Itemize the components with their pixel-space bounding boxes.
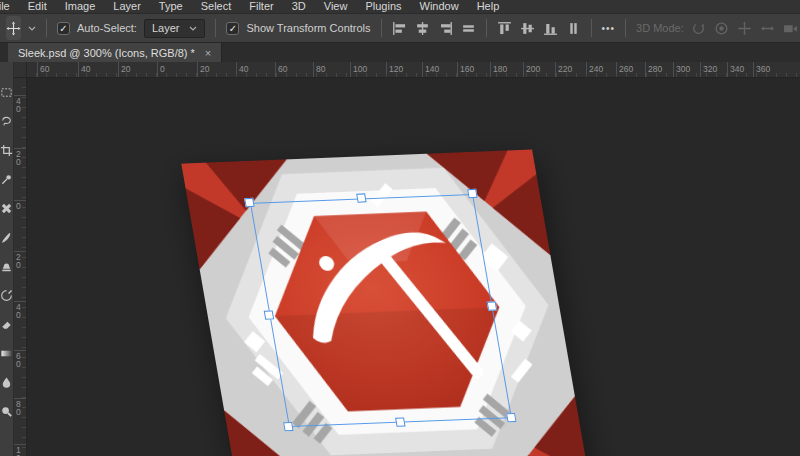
menu-item-window[interactable]: Window xyxy=(411,0,468,13)
slide-3d-icon[interactable] xyxy=(760,21,775,36)
ruler-row: 6040200204060801001201401601802002202402… xyxy=(14,62,800,78)
transform-handle-1[interactable] xyxy=(356,193,366,202)
auto-select-value: Layer xyxy=(152,22,180,34)
orbit-3d-icon[interactable] xyxy=(691,21,706,36)
separator xyxy=(381,19,382,37)
more-align-options-button[interactable]: ••• xyxy=(602,23,616,34)
eraser-tool-icon[interactable] xyxy=(0,318,13,331)
clone-stamp-tool-icon[interactable] xyxy=(0,260,13,273)
menu-item-3d[interactable]: 3D xyxy=(283,0,315,13)
align-right-edges-icon[interactable] xyxy=(438,21,453,36)
menu-item-plugins[interactable]: Plugins xyxy=(356,0,410,13)
separator xyxy=(486,19,487,37)
mode-3d-label: 3D Mode: xyxy=(636,22,684,34)
separator xyxy=(46,19,47,37)
tools-panel xyxy=(0,62,14,456)
ruler-origin-box[interactable] xyxy=(14,62,27,78)
crop-tool-icon[interactable] xyxy=(0,144,13,157)
menu-bar: FileEditImageLayerTypeSelectFilter3DView… xyxy=(0,0,800,13)
transform-handle-7[interactable] xyxy=(264,310,274,319)
history-brush-tool-icon[interactable] xyxy=(0,289,13,302)
document-tab[interactable]: Sleek.psd @ 300% (Icons, RGB/8) * × xyxy=(8,43,222,62)
lasso-tool-icon[interactable] xyxy=(0,115,13,128)
menu-item-help[interactable]: Help xyxy=(468,0,509,13)
menu-item-file[interactable]: File xyxy=(0,0,19,13)
auto-select-checkbox[interactable]: ✓ xyxy=(57,22,70,35)
healing-brush-tool-icon[interactable] xyxy=(0,202,13,215)
blur-tool-icon[interactable] xyxy=(0,376,13,389)
tool-preset-chevron-icon[interactable] xyxy=(28,26,36,31)
distribute-vertical-centers-icon[interactable] xyxy=(566,21,581,36)
separator xyxy=(625,19,626,37)
align-top-edges-icon[interactable] xyxy=(497,21,512,36)
menu-item-view[interactable]: View xyxy=(315,0,357,13)
show-transform-controls-checkbox[interactable]: ✓ xyxy=(226,22,239,35)
vertical-ruler[interactable]: 4020020406080100 xyxy=(14,78,27,456)
canvas-row: 4020020406080100 xyxy=(14,78,800,456)
menu-item-type[interactable]: Type xyxy=(150,0,192,13)
align-icons-vertical xyxy=(497,21,581,36)
transform-group xyxy=(250,194,512,427)
document-area: 6040200204060801001201401601802002202402… xyxy=(14,62,800,456)
transform-handle-4[interactable] xyxy=(506,413,516,422)
menu-item-image[interactable]: Image xyxy=(56,0,105,13)
tab-bar: Sleek.psd @ 300% (Icons, RGB/8) * × xyxy=(0,43,800,62)
auto-select-label: Auto-Select: xyxy=(77,22,137,34)
transform-handle-3[interactable] xyxy=(487,301,497,310)
horizontal-ruler[interactable]: 6040200204060801001201401601802002202402… xyxy=(27,62,800,78)
work-area: 6040200204060801001201401601802002202402… xyxy=(0,62,800,456)
menu-item-filter[interactable]: Filter xyxy=(240,0,282,13)
transform-handle-5[interactable] xyxy=(395,417,405,426)
separator xyxy=(591,19,592,37)
dolly-3d-icon[interactable] xyxy=(783,21,798,36)
close-tab-icon[interactable]: × xyxy=(205,47,211,59)
drag-3d-icon[interactable] xyxy=(737,21,752,36)
transform-bounding-box[interactable] xyxy=(250,194,512,427)
menu-item-layer[interactable]: Layer xyxy=(104,0,150,13)
photoshop-window: FileEditImageLayerTypeSelectFilter3DView… xyxy=(0,0,800,456)
align-icons-horizontal xyxy=(392,21,476,36)
document-tab-title: Sleek.psd @ 300% (Icons, RGB/8) * xyxy=(18,47,195,59)
gradient-tool-icon[interactable] xyxy=(0,347,13,360)
align-horizontal-centers-icon[interactable] xyxy=(415,21,430,36)
canvas[interactable] xyxy=(27,78,800,456)
transform-handle-6[interactable] xyxy=(283,422,293,431)
distribute-horizontal-centers-icon[interactable] xyxy=(461,21,476,36)
align-bottom-edges-icon[interactable] xyxy=(543,21,558,36)
auto-select-dropdown[interactable]: Layer xyxy=(144,19,206,38)
eyedropper-tool-icon[interactable] xyxy=(0,173,13,186)
align-left-edges-icon[interactable] xyxy=(392,21,407,36)
chevron-down-icon xyxy=(189,26,197,31)
menu-item-edit[interactable]: Edit xyxy=(19,0,56,13)
menu-item-select[interactable]: Select xyxy=(192,0,241,13)
transform-handle-2[interactable] xyxy=(467,189,477,198)
align-vertical-centers-icon[interactable] xyxy=(520,21,535,36)
marquee-tool-icon[interactable] xyxy=(0,86,13,99)
separator xyxy=(215,19,216,37)
move-tool-icon[interactable] xyxy=(6,16,21,40)
mode-3d-icons xyxy=(691,21,798,36)
show-transform-controls-label: Show Transform Controls xyxy=(246,22,370,34)
options-bar: ✓ Auto-Select: Layer ✓ Show Transform Co… xyxy=(0,13,800,43)
brush-tool-icon[interactable] xyxy=(0,231,13,244)
roll-3d-icon[interactable] xyxy=(714,21,729,36)
menu-items: FileEditImageLayerTypeSelectFilter3DView… xyxy=(0,0,508,13)
dodge-tool-icon[interactable] xyxy=(0,405,13,418)
transform-handle-0[interactable] xyxy=(244,198,254,207)
